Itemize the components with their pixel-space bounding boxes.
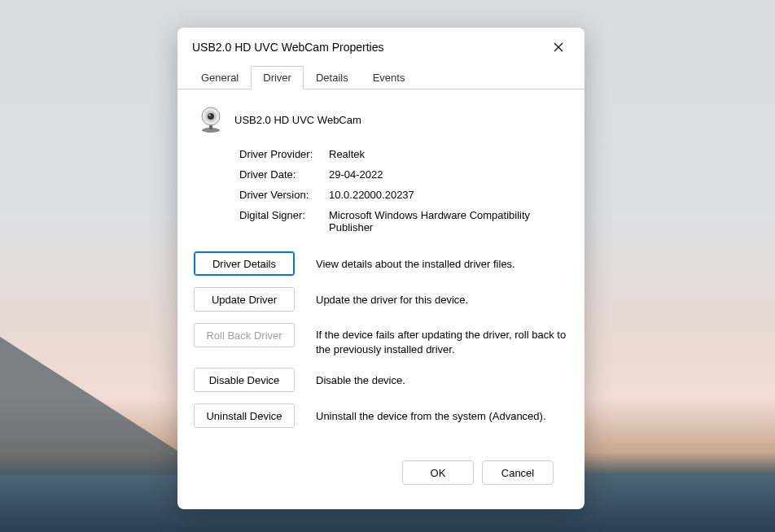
driver-info: Driver Provider: Realtek Driver Date: 29… <box>194 148 568 251</box>
update-driver-desc: Update the driver for this device. <box>316 287 468 307</box>
tab-driver[interactable]: Driver <box>251 66 304 89</box>
provider-label: Driver Provider: <box>239 148 329 160</box>
info-row-version: Driver Version: 10.0.22000.20237 <box>239 189 568 201</box>
info-row-signer: Digital Signer: Microsoft Windows Hardwa… <box>239 209 568 233</box>
svg-point-4 <box>208 113 214 120</box>
disable-device-desc: Disable the device. <box>316 368 405 388</box>
info-row-provider: Driver Provider: Realtek <box>239 148 568 160</box>
update-driver-button[interactable]: Update Driver <box>194 287 295 312</box>
action-row-disable: Disable Device Disable the device. <box>194 368 568 392</box>
signer-value: Microsoft Windows Hardware Compatibility… <box>329 209 541 233</box>
device-header: USB2.0 HD UVC WebCam <box>194 101 568 148</box>
signer-label: Digital Signer: <box>239 209 329 221</box>
version-value: 10.0.22000.20237 <box>329 189 414 201</box>
tab-events[interactable]: Events <box>361 66 418 89</box>
webcam-icon <box>197 106 225 133</box>
action-row-uninstall: Uninstall Device Uninstall the device fr… <box>194 403 568 428</box>
window-title: USB2.0 HD UVC WebCam Properties <box>192 41 383 54</box>
info-row-date: Driver Date: 29-04-2022 <box>239 168 568 181</box>
tab-details[interactable]: Details <box>304 66 361 89</box>
version-label: Driver Version: <box>239 189 329 201</box>
cancel-button[interactable]: Cancel <box>482 460 554 485</box>
tab-general[interactable]: General <box>189 66 251 89</box>
date-value: 29-04-2022 <box>329 168 383 181</box>
action-row-rollback: Roll Back Driver If the device fails aft… <box>194 323 568 356</box>
svg-point-5 <box>208 114 210 116</box>
close-button[interactable] <box>545 36 571 59</box>
tab-content-driver: USB2.0 HD UVC WebCam Driver Provider: Re… <box>177 89 585 509</box>
close-icon <box>554 42 563 52</box>
driver-details-desc: View details about the installed driver … <box>316 251 515 272</box>
driver-details-button[interactable]: Driver Details <box>194 251 295 276</box>
rollback-driver-desc: If the device fails after updating the d… <box>316 323 568 356</box>
tab-strip: General Driver Details Events <box>177 65 585 89</box>
rollback-driver-button: Roll Back Driver <box>194 323 295 347</box>
action-row-details: Driver Details View details about the in… <box>194 251 568 276</box>
ok-button[interactable]: OK <box>402 460 474 485</box>
device-name: USB2.0 HD UVC WebCam <box>234 114 361 126</box>
dialog-footer: OK Cancel <box>194 451 568 498</box>
uninstall-device-desc: Uninstall the device from the system (Ad… <box>316 403 546 424</box>
titlebar: USB2.0 HD UVC WebCam Properties <box>177 28 585 65</box>
properties-dialog: USB2.0 HD UVC WebCam Properties General … <box>177 28 585 509</box>
disable-device-button[interactable]: Disable Device <box>194 368 295 392</box>
date-label: Driver Date: <box>239 168 329 181</box>
provider-value: Realtek <box>329 148 365 160</box>
uninstall-device-button[interactable]: Uninstall Device <box>194 403 295 428</box>
action-row-update: Update Driver Update the driver for this… <box>194 287 568 312</box>
